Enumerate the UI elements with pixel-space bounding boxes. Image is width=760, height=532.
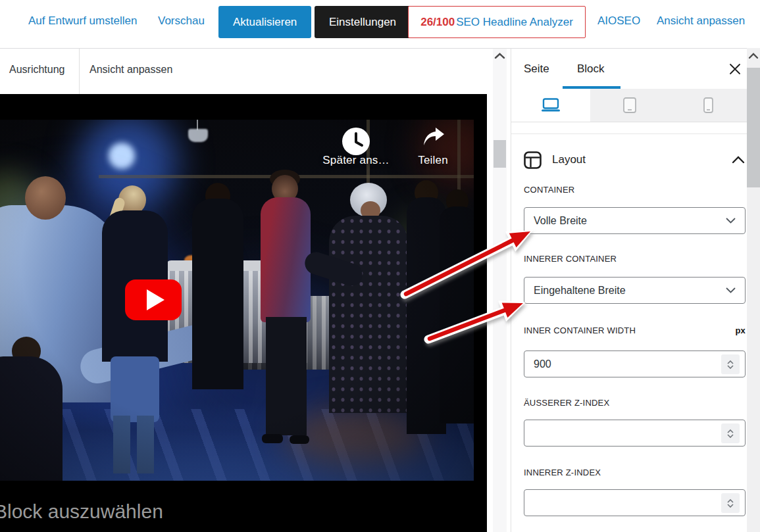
play-triangle [147,289,165,310]
scroll-up-icon[interactable] [494,52,505,60]
preview-link[interactable]: Vorschau [158,14,205,28]
youtube-play-icon[interactable] [125,279,182,320]
inner-zindex-field [524,489,746,516]
mobile-preview-tab[interactable] [669,89,747,122]
seo-analyzer-label: SEO Headline Analyzer [456,16,573,29]
scroll-up-icon[interactable] [748,52,759,60]
device-preview-row [511,89,747,122]
scene-vignette [0,120,474,481]
inner-container-label-text: INNERER CONTAINER [524,254,617,264]
stepper-down-icon [727,365,734,369]
container-label-text: CONTAINER [524,185,574,195]
layout-panel-icon [524,151,542,169]
settings-button[interactable]: Einstellungen [315,6,411,38]
youtube-video-embed[interactable]: Später ans… Teilen [0,120,474,481]
panel-divider [511,133,747,134]
tab-page[interactable]: Seite [524,62,549,76]
container-label: CONTAINER [524,185,746,195]
close-sidebar-button[interactable] [726,60,744,78]
sidebar-header: Seite Block [511,48,747,89]
toolbar-divider [79,48,80,94]
tab-block[interactable]: Block [577,62,605,76]
adjust-view-link[interactable]: Ansicht anpassen [657,14,745,28]
aioseo-link[interactable]: AIOSEO [597,14,640,28]
seo-score: 26/100 [420,16,455,29]
settings-sidebar: Seite Block [511,48,747,532]
share-arrow-icon[interactable] [422,128,445,146]
wordpress-block-editor: Auf Entwurf umstellen Vorschau Aktualisi… [0,0,760,532]
scrollbar-thumb[interactable] [747,68,760,187]
layout-panel-header[interactable]: Layout [524,147,746,173]
update-button[interactable]: Aktualisieren [218,6,311,38]
inner-container-select-value: Eingehaltene Breite [534,285,626,297]
inner-container-select[interactable]: Eingehaltene Breite [524,277,746,304]
chevron-down-icon [726,218,736,224]
desktop-preview-icon [541,98,561,112]
tablet-preview-icon [623,97,636,113]
block-placeholder-text: Block auszuwählen [0,500,163,523]
inner-width-label: INNER CONTAINER WIDTH px [524,326,746,335]
watch-later-button[interactable]: Später ans… [303,154,409,167]
inner-width-field [524,351,746,377]
px-unit-label: px [735,326,746,335]
layout-panel-title: Layout [552,153,721,166]
container-select-value: Volle Breite [534,215,587,227]
share-button[interactable]: Teilen [400,154,466,167]
inner-width-stepper[interactable] [721,354,740,374]
inner-width-input[interactable] [524,351,724,377]
chevron-up-icon[interactable] [731,155,746,164]
close-x-icon [729,63,741,75]
outer-zindex-label: ÄUSSERER Z-INDEX [524,398,746,408]
inner-width-label-text: INNER CONTAINER WIDTH [524,326,636,335]
sidebar-scrollbar[interactable] [747,48,760,532]
clock-icon[interactable] [342,127,370,156]
editor-scrollbar[interactable] [493,48,507,532]
scrollbar-thumb[interactable] [494,140,506,168]
inner-zindex-stepper[interactable] [721,493,740,513]
seo-headline-analyzer-button[interactable]: 26/100SEO Headline Analyzer [408,6,586,38]
outer-zindex-input[interactable] [524,420,724,446]
stepper-down-icon [727,504,734,508]
adjust-view-menu[interactable]: Ansicht anpassen [89,64,172,76]
inner-container-label: INNERER CONTAINER [524,254,746,264]
mobile-preview-icon [703,97,713,113]
alignment-menu[interactable]: Ausrichtung [9,64,65,76]
stepper-up-icon [727,429,734,433]
desktop-preview-tab[interactable] [511,89,590,122]
switch-to-draft-link[interactable]: Auf Entwurf umstellen [28,14,137,28]
outer-zindex-label-text: ÄUSSERER Z-INDEX [524,398,609,408]
inner-zindex-label-text: INNERER Z-INDEX [524,468,601,477]
editor-content-area: Ausrichtung Ansicht anpassen [0,48,511,532]
chevron-down-icon [726,287,736,293]
stepper-down-icon [727,434,734,438]
inner-zindex-input[interactable] [524,490,724,516]
stepper-up-icon [727,360,734,364]
inner-zindex-label: INNERER Z-INDEX [524,468,746,477]
block-toolbar: Ausrichtung Ansicht anpassen [0,48,511,94]
editor-top-toolbar: Auf Entwurf umstellen Vorschau Aktualisi… [0,0,760,49]
stepper-up-icon [727,499,734,503]
tablet-preview-tab[interactable] [590,89,669,122]
outer-zindex-field [524,420,746,447]
container-select[interactable]: Volle Breite [524,207,746,234]
editor-canvas: Später ans… Teilen Block auszuwählen [0,94,487,532]
outer-zindex-stepper[interactable] [721,423,740,443]
